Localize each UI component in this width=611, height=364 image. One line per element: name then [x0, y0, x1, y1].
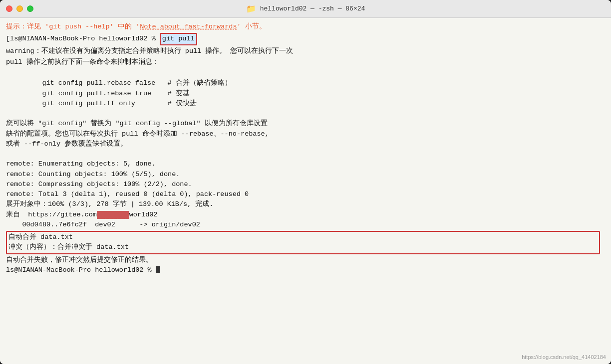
hint-line: 提示：详见 'git push --help' 中的 'Note about f…: [6, 22, 605, 32]
config-line-3: git config pull.ff only # 仅快进: [6, 99, 605, 109]
info-line-2: 缺省的配置项。您也可以在每次执行 pull 命令时添加 --rebase、--n…: [6, 129, 605, 139]
traffic-lights: [6, 5, 33, 12]
remote-line-2: remote: Counting objects: 100% (5/5), do…: [6, 170, 605, 180]
prompt-line-2: ls@NIANAN-MacBook-Pro helloworld02 %: [6, 265, 605, 275]
window-title: helloworld02 — -zsh — 86×24: [260, 5, 365, 12]
info-line-3: 或者 --ff-only 参数覆盖缺省设置。: [6, 139, 605, 149]
from-line: 来自 https://gitee.com████████world02: [6, 210, 605, 220]
blank-3: [6, 149, 605, 159]
maximize-button[interactable]: [27, 5, 33, 12]
branch-line: 00d0480..7e6fc2f dev02 -> origin/dev02: [6, 220, 605, 230]
minimize-button[interactable]: [16, 5, 23, 12]
note-about-text: Note about fast-forwards: [140, 23, 237, 30]
blank-2: [6, 109, 605, 119]
window-title-area: 📁 helloworld02 — -zsh — 86×24: [246, 4, 365, 14]
warning-line-2: pull 操作之前执行下面一条命令来抑制本消息：: [6, 57, 605, 67]
repo-name: world02: [129, 211, 158, 218]
config-line-1: git config pull.rebase false # 合并（缺省策略）: [6, 78, 605, 88]
folder-icon: 📁: [246, 4, 256, 14]
auto-merge-line: 自动合并 data.txt: [8, 232, 598, 242]
redacted-url: ████████: [97, 211, 129, 218]
remote-line-4: remote: Total 3 (delta 1), reused 0 (del…: [6, 189, 605, 199]
prompt-text-1: [ls@NIANAN-MacBook-Pro helloworld02 %: [6, 34, 160, 44]
remote-line-1: remote: Enumerating objects: 5, done.: [6, 159, 605, 169]
blank-1: [6, 68, 605, 78]
terminal-window: 📁 helloworld02 — -zsh — 86×24 提示：详见 'git…: [0, 0, 611, 364]
cursor: [156, 266, 160, 273]
conflict-block: 自动合并 data.txt 冲突（内容）：合并冲突于 data.txt: [6, 231, 600, 254]
prompt-line-1: [ls@NIANAN-MacBook-Pro helloworld02 % gi…: [6, 33, 605, 45]
info-line-1: 您可以将 "git config" 替换为 "git config --glob…: [6, 119, 605, 129]
fail-line: 自动合并失败，修正冲突然后提交修正的结果。: [6, 255, 605, 265]
config-line-2: git config pull.rebase true # 变基: [6, 89, 605, 99]
prompt-text-2: ls@NIANAN-MacBook-Pro helloworld02 %: [6, 266, 156, 274]
unpack-line: 展开对象中：100% (3/3), 278 字节 | 139.00 KiB/s,…: [6, 199, 605, 209]
titlebar: 📁 helloworld02 — -zsh — 86×24: [0, 0, 611, 18]
terminal-content[interactable]: 提示：详见 'git push --help' 中的 'Note about f…: [0, 18, 611, 364]
watermark-url: https://blog.csdn.net/qq_41402184: [522, 353, 606, 362]
warning-line-1: warning：不建议在没有为偏离分支指定合并策略时执行 pull 操作。 您可…: [6, 46, 605, 56]
remote-line-3: remote: Compressing objects: 100% (2/2),…: [6, 180, 605, 189]
git-pull-command: git pull: [160, 33, 197, 45]
conflict-line: 冲突（内容）：合并冲突于 data.txt: [8, 242, 598, 252]
close-button[interactable]: [6, 5, 12, 12]
